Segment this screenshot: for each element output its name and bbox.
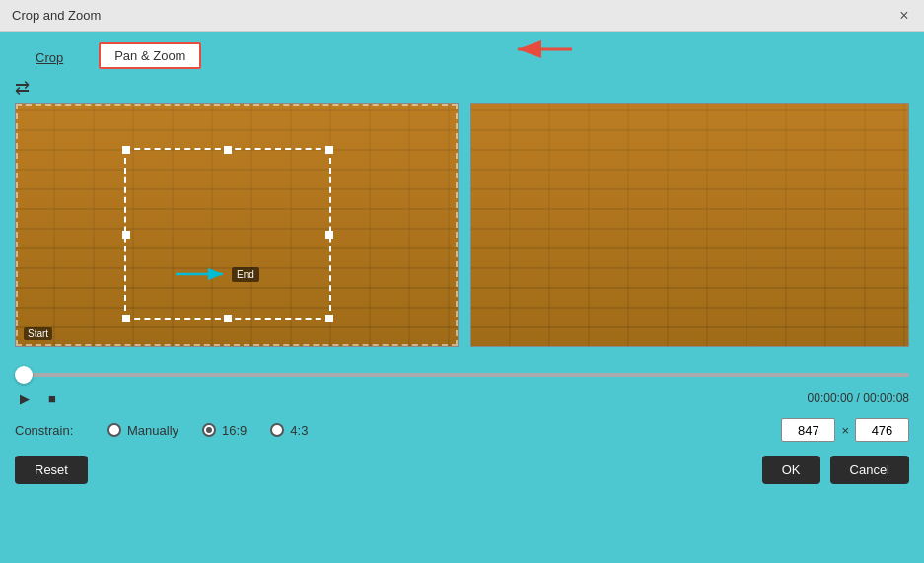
radio-manually: Manually (107, 423, 178, 438)
video-bg-left (16, 104, 458, 346)
constrain-row: Constrain: Manually 16:9 4:3 × (0, 412, 924, 448)
height-input[interactable] (855, 418, 909, 442)
seek-bar-container (15, 367, 909, 383)
action-right: OK Cancel (762, 456, 909, 484)
radio-manually-label[interactable]: Manually (127, 423, 178, 438)
repeat-icon[interactable]: ⇄ (15, 77, 30, 99)
scene-overlay-right (471, 104, 908, 346)
radio-manually-dot[interactable] (107, 423, 121, 437)
time-display: 00:00:00 / 00:00:08 (808, 391, 909, 405)
radio-4-3-dot[interactable] (270, 423, 284, 437)
seek-bar-track[interactable] (15, 373, 909, 377)
stop-button[interactable]: ■ (42, 388, 62, 408)
play-button[interactable]: ▶ (15, 388, 35, 408)
video-bg-right (471, 104, 908, 346)
width-input[interactable] (781, 418, 835, 442)
seek-bar-thumb[interactable] (15, 366, 33, 384)
tab-bar: Crop Pan & Zoom (0, 32, 924, 73)
tab-crop[interactable]: Crop (20, 44, 79, 73)
start-label: Start (24, 327, 52, 340)
video-panel-right (470, 103, 909, 347)
radio-16-9-dot[interactable] (202, 423, 216, 437)
action-bar: Reset OK Cancel (0, 448, 924, 492)
repeat-icon-area: ⇄ (0, 73, 924, 103)
scene-overlay-left (16, 104, 458, 346)
cancel-button[interactable]: Cancel (830, 456, 909, 484)
title-bar: Crop and Zoom × (0, 0, 924, 32)
radio-16-9-label[interactable]: 16:9 (222, 423, 247, 438)
transport-bar: ▶ ■ 00:00:00 / 00:00:08 (15, 388, 909, 408)
main-content: End Start (0, 103, 924, 359)
video-panel-left: End Start (15, 103, 459, 347)
size-separator: × (841, 423, 849, 438)
radio-4-3: 4:3 (270, 423, 308, 438)
radio-16-9: 16:9 (202, 423, 247, 438)
close-button[interactable]: × (894, 6, 914, 26)
playback-bar: ▶ ■ 00:00:00 / 00:00:08 (0, 359, 924, 412)
tab-pan-zoom[interactable]: Pan & Zoom (99, 42, 201, 69)
constrain-label: Constrain: (15, 423, 84, 438)
reset-button[interactable]: Reset (15, 456, 88, 484)
ok-button[interactable]: OK (762, 456, 820, 484)
window-title: Crop and Zoom (12, 8, 101, 23)
radio-4-3-label[interactable]: 4:3 (290, 423, 308, 438)
size-inputs: × (781, 418, 909, 442)
